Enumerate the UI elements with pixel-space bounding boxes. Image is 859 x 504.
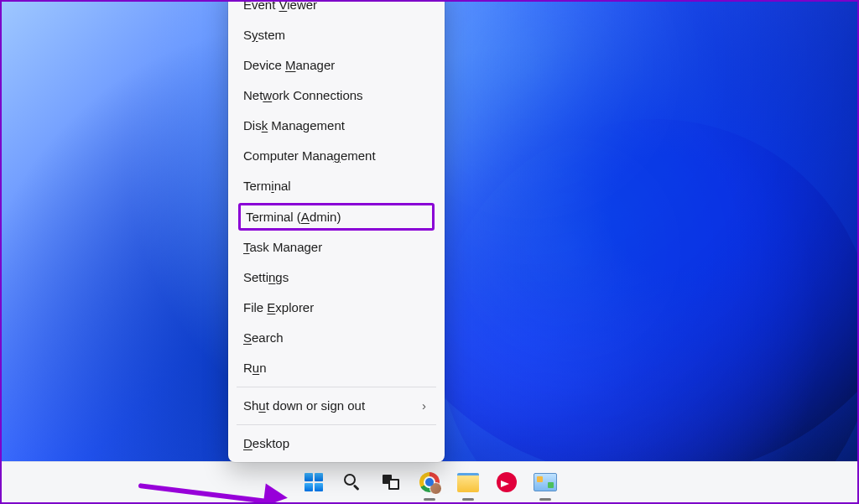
taskbar (2, 461, 857, 502)
menu-item-disk-management[interactable]: Disk Management (228, 111, 445, 141)
media-app-icon (497, 472, 517, 492)
menu-item-settings[interactable]: Settings (228, 262, 445, 293)
menu-item-system[interactable]: System (228, 20, 445, 50)
profile-avatar-icon (430, 482, 442, 495)
control-panel-icon (534, 473, 557, 491)
chrome-app[interactable] (416, 469, 443, 496)
menu-item-file-explorer[interactable]: File Explorer (228, 293, 445, 323)
task-view-icon (383, 475, 399, 490)
menu-item-computer-management[interactable]: Computer Management (228, 141, 445, 171)
menu-divider (237, 424, 436, 425)
control-panel-app[interactable] (532, 469, 559, 496)
task-view-button[interactable] (377, 469, 404, 496)
search-icon (343, 473, 362, 491)
chevron-right-icon: › (422, 397, 430, 414)
annotation-highlight-box: Terminal (Admin) (238, 203, 435, 231)
menu-item-terminal-admin[interactable]: Terminal (Admin) (246, 210, 427, 224)
media-app[interactable] (493, 469, 520, 496)
start-button[interactable] (300, 469, 327, 496)
windows-logo-icon (305, 473, 323, 491)
chrome-icon (419, 472, 440, 492)
menu-item-device-manager[interactable]: Device Manager (228, 50, 445, 81)
folder-icon (457, 473, 479, 492)
menu-item-shutdown-signout[interactable]: Shut down or sign out › (228, 391, 445, 421)
file-explorer-app[interactable] (455, 469, 482, 496)
menu-item-search[interactable]: Search (228, 323, 445, 353)
menu-item-run[interactable]: Run (228, 353, 445, 383)
menu-item-task-manager[interactable]: Task Manager (228, 232, 445, 262)
search-button[interactable] (339, 469, 366, 496)
menu-item-event-viewer[interactable]: Event Viewer (228, 0, 445, 20)
menu-item-terminal[interactable]: Terminal (228, 171, 445, 201)
menu-divider (237, 387, 436, 387)
winx-power-user-menu: Event Viewer System Device Manager Netwo… (228, 0, 445, 462)
menu-item-desktop[interactable]: Desktop (228, 429, 445, 459)
menu-item-network-connections[interactable]: Network Connections (228, 81, 445, 111)
